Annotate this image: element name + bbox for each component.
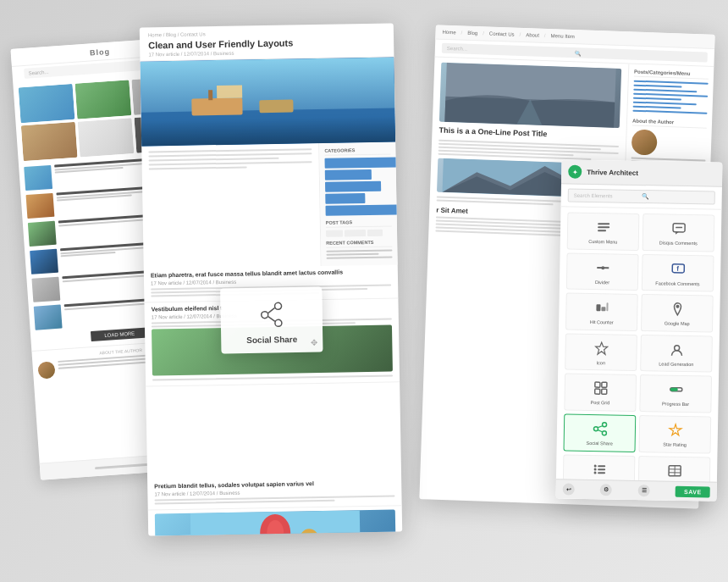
svg-point-7: [262, 312, 268, 319]
progress-bar-label: Progress Bar: [662, 402, 689, 407]
table-icon: [665, 461, 683, 479]
balloon-image: [155, 509, 396, 535]
widget-item-facebook[interactable]: f Facebook Comments: [642, 254, 714, 292]
custom-menu-label: Custom Menu: [588, 239, 617, 245]
blog-title: Blog: [90, 47, 111, 58]
post-grid-label: Post Grid: [590, 400, 609, 406]
widget-item-google-map[interactable]: Google Map: [641, 294, 714, 332]
article-header: Home / Blog / Contact Us Clean and User …: [140, 23, 394, 61]
svg-line-9: [268, 308, 275, 313]
svg-line-45: [598, 430, 602, 432]
svg-rect-29: [596, 304, 600, 311]
svg-rect-5: [259, 100, 293, 114]
svg-point-26: [601, 266, 604, 269]
post-thumb: [31, 277, 60, 302]
disqus-icon: [669, 219, 687, 238]
widget-item-progress-bar[interactable]: Progress Bar: [639, 374, 712, 413]
svg-rect-48: [598, 465, 605, 467]
social-share-widget-icon: [590, 419, 609, 438]
post-thumb: [28, 221, 57, 247]
article-main-content: [141, 143, 321, 269]
grid-item: [78, 118, 135, 157]
svg-marker-46: [669, 424, 681, 435]
svg-point-41: [602, 423, 606, 427]
styled-list-icon: [589, 460, 608, 479]
svg-text:f: f: [676, 264, 679, 272]
svg-rect-52: [598, 472, 605, 474]
svg-rect-2: [191, 98, 242, 116]
social-share-overlay: Social Share ✥: [220, 286, 323, 353]
post-thumb: [24, 165, 52, 191]
star-rating-icon: [665, 421, 684, 440]
widget-title: Thrive Architect: [587, 168, 715, 178]
widget-item-star-rating[interactable]: Star Rating: [638, 415, 711, 453]
widget-item-hit-counter[interactable]: Hit Counter: [565, 293, 638, 331]
article-panel: Home / Blog / Contact Us Clean and User …: [140, 23, 402, 535]
scene: Blog Search... 🔍: [0, 0, 728, 582]
facebook-label: Facebook Comments: [655, 280, 699, 287]
widget-item-disqus[interactable]: Disqus Comments: [643, 213, 715, 252]
widget-search[interactable]: Search Elements 🔍: [561, 184, 722, 209]
widget-item-post-grid[interactable]: Post Grid: [564, 374, 637, 412]
widget-item-divider[interactable]: Divider: [566, 252, 639, 291]
move-icon: ✥: [311, 338, 317, 347]
nav-about[interactable]: About: [526, 32, 539, 38]
undo-icon[interactable]: ↩: [563, 483, 575, 495]
svg-rect-30: [601, 307, 605, 311]
grid-item: [21, 122, 78, 161]
widget-panel: ✦ Thrive Architect Search Elements 🔍 Cu: [556, 159, 723, 501]
svg-line-44: [598, 426, 602, 428]
author-avatar: [631, 130, 658, 156]
google-map-icon: [668, 300, 687, 319]
svg-point-32: [676, 305, 679, 308]
svg-point-34: [674, 346, 679, 351]
widget-header: ✦ Thrive Architect: [561, 159, 722, 186]
svg-rect-38: [601, 390, 606, 395]
icon-widget-icon: [592, 339, 610, 358]
star-rating-label: Star Rating: [663, 441, 687, 447]
grid-item: [19, 84, 75, 123]
article-content-row: CATEGORIES POST TAGS RECENT COMMENTS: [141, 141, 397, 269]
nav-contact[interactable]: Contact Us: [489, 31, 515, 37]
nav-home[interactable]: Home: [442, 30, 455, 36]
svg-point-43: [602, 431, 606, 435]
post-grid-icon: [591, 379, 609, 397]
widget-item-social-share[interactable]: Social Share: [564, 413, 637, 452]
svg-point-6: [274, 302, 281, 309]
nav-menu[interactable]: Menu Item: [550, 33, 575, 39]
svg-rect-31: [606, 303, 608, 312]
social-share-widget-label: Social Share: [587, 441, 613, 446]
widget-item-custom-menu[interactable]: Custom Menu: [567, 213, 640, 251]
svg-rect-21: [598, 226, 609, 228]
divider-icon: [593, 258, 612, 277]
svg-rect-22: [598, 230, 606, 231]
settings-icon[interactable]: ⚙: [600, 484, 612, 496]
svg-marker-33: [595, 342, 607, 354]
load-more-button[interactable]: LOAD MORE: [91, 327, 149, 341]
widget-item-lead-generation[interactable]: Lead Generation: [640, 335, 713, 373]
search-icon: 🔍: [575, 50, 703, 59]
layers-icon[interactable]: ☰: [638, 485, 650, 496]
hit-counter-icon: [593, 298, 611, 317]
post-hero-image: [439, 63, 621, 128]
svg-rect-20: [598, 223, 609, 224]
save-button[interactable]: SAVE: [676, 485, 710, 497]
svg-rect-4: [217, 86, 242, 99]
widget-item-icon[interactable]: Icon: [565, 333, 637, 371]
author-avatar: [37, 361, 55, 379]
grid-item: [74, 80, 131, 119]
svg-point-42: [593, 427, 598, 431]
article-section-3: Pretium blandit tellus, sodales volutpat…: [147, 475, 402, 510]
divider-label: Divider: [595, 280, 609, 285]
google-map-label: Google Map: [665, 321, 690, 327]
widget-footer: ↩ ⚙ ☰ SAVE: [556, 479, 717, 501]
svg-rect-37: [594, 389, 599, 394]
article-sidebar: CATEGORIES POST TAGS RECENT COMMENTS: [319, 141, 398, 266]
svg-rect-40: [670, 388, 677, 391]
svg-rect-50: [598, 468, 605, 470]
nav-blog[interactable]: Blog: [467, 30, 477, 36]
social-share-icon: [256, 299, 287, 330]
progress-bar-icon: [666, 380, 685, 399]
categories-heading: Posts/Categories/Menu: [634, 69, 709, 80]
svg-point-51: [593, 471, 596, 474]
